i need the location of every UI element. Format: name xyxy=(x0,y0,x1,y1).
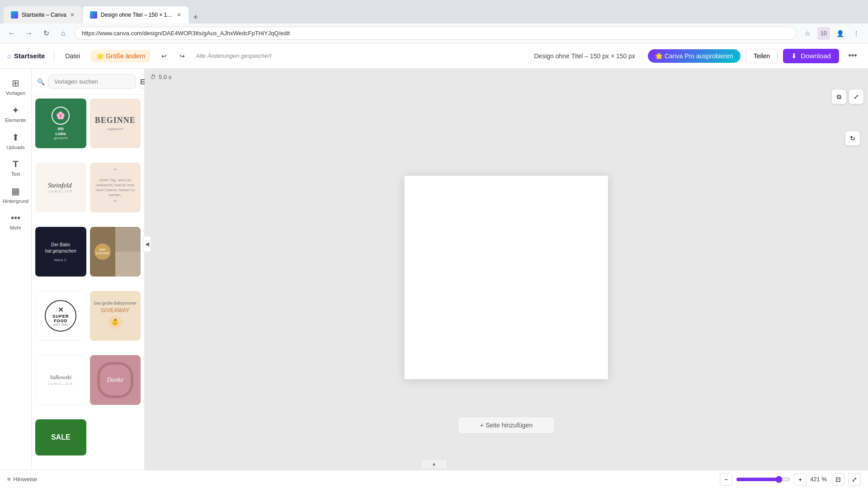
elemente-icon: ✦ xyxy=(12,105,19,116)
add-page-button[interactable]: + Seite hinzufügen xyxy=(458,417,555,434)
try-pro-icon: 🌟 xyxy=(655,52,663,60)
zoom-in-button[interactable]: + xyxy=(794,473,807,486)
bookmark-icon[interactable]: ☆ xyxy=(801,27,814,40)
extensions-icon[interactable]: 10 xyxy=(817,27,830,40)
canvas-toolbar: ⏱ 5.0 s xyxy=(145,69,868,85)
home-button[interactable]: ⌂ Startseite xyxy=(7,52,45,60)
canvas-main: ⧉ ⤢ ↻ xyxy=(145,85,868,470)
download-icon: ⬇ xyxy=(791,52,797,60)
file-label: Datei xyxy=(65,52,80,60)
template-card-8[interactable]: Das große Babyzimmer GIVEAWAY 👶 xyxy=(90,291,141,352)
canvas-frame[interactable] xyxy=(405,176,608,379)
mehr-label: Mehr xyxy=(10,225,21,230)
sidebar-item-text[interactable]: T Text xyxy=(1,155,30,180)
new-tab-button[interactable]: + xyxy=(189,11,202,23)
timer-icon: ⏱ xyxy=(150,74,156,80)
home-label: Startseite xyxy=(14,52,45,60)
toolbar-separator-1 xyxy=(54,51,54,61)
refresh-button[interactable]: ↻ xyxy=(40,27,52,40)
sidebar-item-hintergrund[interactable]: ▦ Hintergrund xyxy=(1,182,30,207)
templates-grid: 🌸 Mit Liebe gemacht BEGINNE organisch xyxy=(32,95,144,470)
tab-design[interactable]: Design ohne Titel – 150 × 150px ✕ xyxy=(83,6,189,23)
fullscreen-button[interactable]: ⤢ xyxy=(848,473,861,486)
expand-icon: ⤢ xyxy=(854,93,859,100)
expand-button[interactable]: ⤢ xyxy=(849,89,863,104)
download-button[interactable]: ⬇ Download xyxy=(783,49,839,63)
sale-text: SALE xyxy=(51,433,71,441)
tab-close-1[interactable]: ✕ xyxy=(70,12,75,18)
try-pro-button[interactable]: 🌟 Canva Pro ausprobieren xyxy=(648,49,741,63)
sidebar-item-mehr[interactable]: ••• Mehr xyxy=(1,209,30,234)
tab-close-2[interactable]: ✕ xyxy=(177,12,181,18)
zoom-controls: − + 421 % ⊡ ⤢ xyxy=(720,473,861,486)
collapse-bottom-button[interactable]: ▲ xyxy=(420,459,448,468)
menu-icon[interactable]: ⋮ xyxy=(850,27,863,40)
refresh-icon: ↻ xyxy=(850,135,855,142)
sidebar-item-elemente[interactable]: ✦ Elemente xyxy=(1,101,30,127)
resize-label: Größe ändern xyxy=(106,52,145,60)
file-button[interactable]: Datei xyxy=(60,50,85,62)
hints-label: Hinweise xyxy=(14,476,38,483)
template-card-5[interactable]: Der Babohat gesprochen Maria Z. xyxy=(35,227,86,287)
design-title: Design ohne Titel – 150 px × 150 px xyxy=(534,52,635,60)
add-page-label: + Seite hinzufügen xyxy=(480,422,533,429)
home-button[interactable]: ⌂ xyxy=(57,27,70,40)
tab-favicon-2 xyxy=(90,11,97,19)
share-button[interactable]: Teilen xyxy=(746,49,778,63)
search-input[interactable] xyxy=(48,74,136,89)
template-card-11[interactable]: SALE xyxy=(35,419,86,466)
redo-button[interactable]: ↪ xyxy=(174,50,190,62)
vorlagen-icon: ⊞ xyxy=(12,78,19,89)
browser-actions: ☆ 10 👤 ⋮ xyxy=(801,27,863,40)
text-label: Text xyxy=(11,171,20,177)
browser-chrome: Startseite – Canva ✕ Design ohne Titel –… xyxy=(0,0,868,23)
search-icon: 🔍 xyxy=(37,78,45,85)
vorlagen-label: Vorlagen xyxy=(6,90,25,96)
canvas-top-actions: ⧉ ⤢ xyxy=(832,89,863,104)
template-card-4[interactable]: " Jeden Tag, wenn du aufwachst, hast du … xyxy=(90,163,141,223)
resize-icon: 🌟 xyxy=(96,52,104,60)
template-card-7[interactable]: ✕ SUPER FOOD SEIT 1982 xyxy=(35,291,86,352)
template-card-9[interactable]: Sulkowski JUWELIER xyxy=(35,355,86,416)
template-card-3[interactable]: Steinfeld JUWELIER xyxy=(35,163,86,223)
undo-button[interactable]: ↩ xyxy=(156,50,172,62)
back-button[interactable]: ← xyxy=(5,27,18,40)
address-text: https://www.canva.com/design/DAE4WOR3Its… xyxy=(82,30,290,37)
profile-icon[interactable]: 👤 xyxy=(834,27,846,40)
save-status: Alle Änderungen gespeichert xyxy=(196,52,271,59)
tab-title-1: Startseite – Canva xyxy=(22,12,66,18)
timer-display: ⏱ 5.0 s xyxy=(150,74,171,80)
template-card-2[interactable]: BEGINNE organisch xyxy=(90,99,141,159)
template-card-1[interactable]: 🌸 Mit Liebe gemacht xyxy=(35,99,86,159)
template-card-10[interactable]: Danke xyxy=(90,355,141,416)
download-label: Download xyxy=(801,52,831,60)
try-pro-label: Canva Pro ausprobieren xyxy=(665,52,733,60)
mehr-icon: ••• xyxy=(11,213,20,223)
hints-button[interactable]: ≡ Hinweise xyxy=(7,476,37,483)
text-icon: T xyxy=(13,159,18,169)
sidebar-item-uploads[interactable]: ⬆ Uploads xyxy=(1,128,30,154)
more-options-button[interactable]: ••• xyxy=(844,48,861,64)
forward-button[interactable]: → xyxy=(23,27,35,40)
tab-startseite[interactable]: Startseite – Canva ✕ xyxy=(4,6,82,23)
collapse-panel-button[interactable]: ◀ xyxy=(143,236,151,252)
timer-value: 5.0 s xyxy=(159,74,171,80)
home-icon: ⌂ xyxy=(7,52,11,60)
copy-icon: ⧉ xyxy=(837,93,841,101)
copy-button[interactable]: ⧉ xyxy=(832,89,846,104)
refresh-button[interactable]: ↻ xyxy=(845,131,860,145)
bottom-bar: ≡ Hinweise − + 421 % ⊡ ⤢ ▲ xyxy=(0,470,868,488)
zoom-value: 421 % xyxy=(810,476,828,483)
sidebar-icons: ⊞ Vorlagen ✦ Elemente ⬆ Uploads T Text ▦… xyxy=(0,69,32,470)
template-card-6[interactable]: WIRSUCHEN xyxy=(90,227,141,287)
resize-button[interactable]: 🌟 Größe ändern xyxy=(91,50,151,62)
zoom-slider[interactable] xyxy=(736,476,790,483)
sidebar-item-vorlagen[interactable]: ⊞ Vorlagen xyxy=(1,74,30,99)
uploads-label: Uploads xyxy=(6,145,24,150)
undo-redo-group: ↩ ↪ xyxy=(156,50,190,62)
page-icon-button[interactable]: ⊡ xyxy=(832,473,844,486)
hints-icon: ≡ xyxy=(7,476,11,483)
address-input[interactable]: https://www.canva.com/design/DAE4WOR3Its… xyxy=(74,27,797,40)
zoom-out-button[interactable]: − xyxy=(720,473,732,486)
tab-favicon-1 xyxy=(11,11,18,19)
